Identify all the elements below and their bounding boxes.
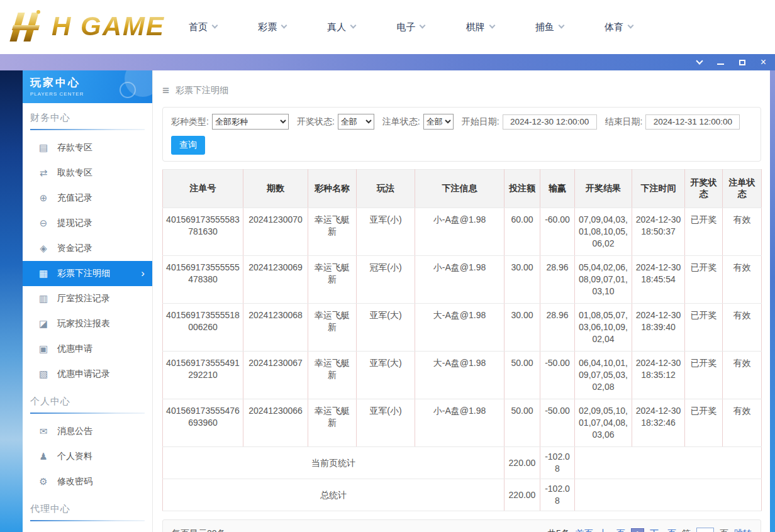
nav-item-fishing[interactable]: 捕鱼: [535, 21, 564, 33]
order-status-select[interactable]: 全部: [423, 114, 454, 130]
cell-win-loss: 28.96: [540, 304, 575, 352]
cell-play: 冠军(小): [357, 256, 415, 304]
window-body: 玩家中心 PLAYERS CENTER 财务中心 ▤ 存款专区 ⇄ 取款专区 ⊕…: [0, 70, 775, 532]
cell-issue: 20241230067: [243, 352, 308, 399]
window-menu-chevron-icon[interactable]: [697, 61, 702, 64]
cell-draw-status: 已开奖: [685, 304, 723, 352]
pagination-bar: 每页显示20条 共5条 首页 上一页 1 下一页 第 页 跳转: [162, 519, 761, 532]
end-date-input[interactable]: [645, 114, 740, 130]
deposit-icon: ▤: [38, 142, 49, 153]
cell-play: 亚军(大): [357, 304, 415, 352]
cell-order-status: 有效: [723, 208, 762, 256]
chevron-down-icon: [489, 23, 495, 29]
sidebar-item-withdraw-zone[interactable]: ⇄ 取款专区: [23, 160, 152, 186]
nav-item-cards[interactable]: 棋牌: [466, 21, 494, 33]
table-row: 401569173555491292210 20241230067 幸运飞艇新 …: [163, 352, 762, 399]
draw-status-select[interactable]: 全部: [338, 114, 374, 130]
start-date-label: 开始日期:: [462, 116, 499, 128]
nav-item-home[interactable]: 首页: [189, 21, 217, 33]
cell-lottery-name: 幸运飞艇新: [308, 256, 357, 304]
user-icon: ♟: [38, 451, 49, 462]
table-row: 401569173555583781630 20241230070 幸运飞艇新 …: [163, 208, 762, 256]
cell-draw-result: 07,09,04,03,01,08,10,05,06,02: [575, 208, 632, 256]
sidebar-item-player-bet-report[interactable]: ◪ 玩家投注报表: [23, 311, 152, 336]
sidebar-item-profile[interactable]: ♟ 个人资料: [23, 444, 152, 469]
jump-prefix-label: 第: [682, 528, 691, 532]
brand-logo-icon: [8, 9, 48, 44]
header-draw-result: 开奖结果: [575, 170, 632, 208]
nav-item-slots[interactable]: 电子: [396, 21, 425, 33]
withdrawal-record-icon: ⊖: [38, 218, 49, 229]
summary-empty: [575, 479, 762, 511]
nav-item-live[interactable]: 真人: [327, 21, 355, 33]
header-order-id: 注单号: [163, 170, 243, 208]
chevron-down-icon: [212, 23, 218, 29]
cell-lottery-name: 幸运飞艇新: [308, 352, 357, 399]
sidebar-item-lottery-bet-details[interactable]: ▦ 彩票下注明细 ›: [23, 261, 152, 286]
cell-order-id: 401569173555476693960: [163, 399, 243, 447]
sidebar-item-hall-bet-records[interactable]: ▥ 厅室投注记录: [23, 286, 152, 311]
header-play: 玩法: [357, 170, 415, 208]
sidebar-item-deposit-zone[interactable]: ▤ 存款专区: [23, 135, 152, 160]
bell-icon: ✉: [38, 426, 49, 437]
sidebar-item-change-password[interactable]: ⚙ 修改密码: [23, 469, 152, 494]
sidebar-item-withdrawal-records[interactable]: ⊖ 提现记录: [23, 211, 152, 236]
window-maximize-button[interactable]: [739, 60, 745, 65]
chevron-down-icon: [420, 23, 426, 29]
sidebar-item-announcements[interactable]: ✉ 消息公告: [23, 419, 152, 444]
window-minimize-button[interactable]: [717, 60, 724, 65]
cell-bet-amount: 30.00: [505, 256, 540, 304]
sidebar-item-funds-records[interactable]: ◈ 资金记录: [23, 236, 152, 261]
promo-records-icon: ▧: [38, 369, 49, 380]
cell-bet-amount: 30.00: [505, 304, 540, 352]
cell-play: 亚军(大): [357, 352, 415, 399]
current-page-indicator[interactable]: 1: [631, 528, 644, 532]
hamburger-menu-icon[interactable]: ≡: [162, 84, 169, 97]
section-title-finance: 财务中心: [30, 112, 145, 129]
report-icon: ◪: [38, 318, 49, 330]
cell-order-status: 有效: [723, 399, 762, 447]
header-issue: 期数: [243, 170, 308, 208]
summary-win-loss-total: -102.08: [540, 479, 575, 511]
table-header-row: 注单号 期数 彩种名称 玩法 下注信息 投注额 输赢 开奖结果 下注时间 开奖状…: [163, 170, 762, 208]
window-titlebar: ×: [0, 54, 775, 70]
cell-lottery-name: 幸运飞艇新: [308, 304, 357, 352]
sidebar-item-promo-apply-records[interactable]: ▧ 优惠申请记录: [23, 362, 152, 387]
cell-bet-time: 2024-12-30 18:35:12: [632, 352, 685, 399]
jump-button[interactable]: 跳转: [734, 528, 752, 532]
start-date-input[interactable]: [503, 114, 597, 130]
summary-bet-total: 220.00: [505, 479, 540, 511]
hall-records-icon: ▥: [38, 293, 49, 304]
first-page-link[interactable]: 首页: [576, 528, 593, 532]
app-window: × 玩家中心 PLAYERS CENTER 财务中心 ▤ 存款专区 ⇄ 取款专区…: [0, 54, 775, 532]
cell-bet-info: 大-A盘@1.98: [415, 304, 505, 352]
brand-logo[interactable]: H GAME: [8, 9, 165, 44]
search-button[interactable]: 查询: [171, 136, 205, 155]
cell-bet-time: 2024-12-30 18:45:54: [632, 256, 685, 304]
funds-icon: ◈: [38, 243, 49, 254]
table-row: 401569173555476693960 20241230066 幸运飞艇新 …: [163, 399, 762, 447]
sidebar-title: 玩家中心: [30, 75, 145, 90]
promo-icon: ▣: [38, 343, 49, 355]
jump-page-input[interactable]: [696, 528, 714, 532]
summary-bet-total: 220.00: [505, 447, 540, 479]
bets-table: 注单号 期数 彩种名称 玩法 下注信息 投注额 输赢 开奖结果 下注时间 开奖状…: [162, 169, 762, 511]
nav-item-lottery[interactable]: 彩票: [258, 21, 286, 33]
cell-lottery-name: 幸运飞艇新: [308, 399, 357, 447]
sidebar-item-recharge-records[interactable]: ⊕ 充值记录: [23, 186, 152, 211]
left-gradient-strip: [0, 70, 23, 532]
page-title: 彩票下注明细: [176, 85, 228, 96]
cell-bet-info: 小-A盘@1.98: [415, 256, 505, 304]
sidebar-item-promo-apply[interactable]: ▣ 优惠申请: [23, 336, 152, 362]
cell-draw-status: 已开奖: [685, 256, 723, 304]
lottery-type-select[interactable]: 全部彩种: [212, 114, 289, 130]
summary-win-loss-total: -102.08: [540, 447, 575, 479]
window-close-button[interactable]: ×: [761, 57, 766, 67]
nav-item-sports[interactable]: 体育: [605, 21, 633, 33]
section-underline: [30, 520, 145, 521]
bet-details-icon: ▦: [38, 268, 49, 279]
next-page-link[interactable]: 下一页: [650, 528, 676, 532]
prev-page-link[interactable]: 上一页: [599, 528, 625, 532]
cell-draw-status: 已开奖: [685, 352, 723, 399]
cell-lottery-name: 幸运飞艇新: [308, 208, 357, 256]
